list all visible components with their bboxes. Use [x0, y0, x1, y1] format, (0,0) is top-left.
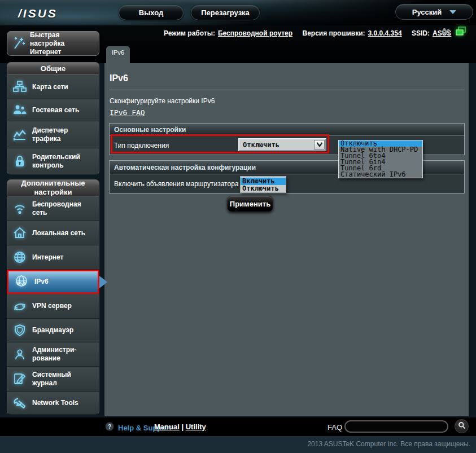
- lan-icon: [12, 226, 28, 240]
- sidebar-item-label: Родительский контроль: [32, 153, 97, 170]
- sidebar-item-label: Интернет: [32, 253, 63, 262]
- select-chevron-down-icon[interactable]: [314, 140, 325, 149]
- sidebar-item-network-tools[interactable]: Network Tools: [7, 392, 99, 415]
- main-panel: IPv6 Сконфигурируйте настройки IPv6 IPv6…: [104, 63, 469, 416]
- sidebar-item-vpn[interactable]: VPN сервер: [7, 294, 99, 319]
- mode-link[interactable]: Беспроводной роутер: [218, 29, 292, 37]
- sidebar-item-label: Администри-рование: [32, 346, 97, 363]
- sidebar-item-firewall[interactable]: Брандмауэр: [7, 319, 99, 342]
- sidebar-item-label: Карта сети: [32, 83, 68, 91]
- guest-network-icon: [12, 103, 28, 117]
- sidebar-item-system-log[interactable]: Системный журнал: [7, 367, 99, 392]
- traffic-manager-icon: [12, 127, 28, 142]
- sidebar-item-guest-network[interactable]: Гостевая сеть: [7, 99, 99, 121]
- manual-link[interactable]: Manual: [154, 423, 180, 431]
- ipv6-icon: IPv6: [13, 274, 30, 291]
- sidebar-item-lan[interactable]: Локальная сеть: [7, 221, 99, 245]
- connection-type-label: Тип подключения: [110, 142, 169, 149]
- sidebar-item-label: Network Tools: [32, 399, 78, 407]
- mode-label: Режим работы:: [164, 29, 215, 37]
- internet-icon: [12, 250, 28, 265]
- administration-icon: [12, 347, 28, 362]
- sidebar-item-internet[interactable]: Интернет: [7, 245, 99, 270]
- connection-type-dropdown: Отключить Native with DHCP-PD Tunnel 6to…: [338, 140, 423, 178]
- asus-logo: /ISUS: [18, 7, 58, 20]
- firmware-link[interactable]: 3.0.0.4.354: [368, 29, 402, 37]
- sidebar-item-ipv6[interactable]: IPv6 IPv6: [7, 270, 99, 294]
- dropdown-option[interactable]: Статический IPv6: [339, 171, 422, 178]
- reboot-button[interactable]: Перезагрузка: [191, 5, 260, 20]
- sidebar: Быстрая настройка Интернет Общие Карта с…: [7, 31, 99, 415]
- sidebar-item-label: Гостевая сеть: [32, 106, 79, 115]
- firewall-icon: [12, 323, 28, 338]
- language-dropdown[interactable]: Русский: [395, 4, 473, 20]
- network-status-icon[interactable]: [455, 26, 466, 39]
- faq-search-button[interactable]: [455, 419, 469, 433]
- connection-type-value: Отключить: [239, 141, 314, 149]
- sidebar-item-label: Диспетчер трафика: [32, 126, 97, 143]
- sidebar-item-administration[interactable]: Администри-рование: [7, 342, 99, 367]
- link-separator: |: [181, 423, 184, 431]
- quick-setup-label: Быстрая настройка Интернет: [30, 31, 95, 56]
- sidebar-item-label: VPN сервер: [32, 302, 72, 310]
- ssid-label: SSID:: [412, 29, 430, 37]
- page-description: Сконфигурируйте настройки IPv6: [110, 97, 215, 105]
- sidebar-item-label: Брандмауэр: [32, 326, 73, 335]
- vpn-icon: [12, 299, 28, 314]
- page-title: IPv6: [110, 73, 128, 83]
- copyright-text: 2013 ASUSTeK Computer Inc. Все права защ…: [307, 440, 470, 448]
- network-map-icon: [12, 80, 28, 94]
- quick-setup-button[interactable]: Быстрая настройка Интернет: [7, 31, 99, 56]
- router-status-text: Режим работы:Беспроводной роутер Версия …: [164, 29, 459, 37]
- dropdown-option[interactable]: Отключить: [241, 185, 286, 192]
- divider: [109, 90, 465, 90]
- section-header-general: Общие: [7, 62, 99, 75]
- faq-search-input[interactable]: [344, 420, 448, 433]
- sidebar-item-wireless[interactable]: Беспроводная сеть: [7, 196, 99, 221]
- sidebar-item-parental-control[interactable]: Родительский контроль: [7, 148, 99, 175]
- section-header-advanced: Дополнительные настройки: [7, 179, 99, 196]
- firmware-label: Версия прошивки:: [302, 29, 365, 37]
- network-tools-icon: [12, 396, 28, 411]
- search-icon: [458, 421, 466, 432]
- sidebar-item-label: Локальная сеть: [32, 229, 85, 238]
- sidebar-item-traffic-manager[interactable]: Диспетчер трафика: [7, 121, 99, 148]
- magic-wand-icon: [11, 35, 27, 52]
- faq-label: FAQ: [327, 423, 342, 432]
- tab-ipv6[interactable]: IPv6: [106, 46, 130, 63]
- sidebar-item-label: Беспроводная сеть: [32, 200, 97, 217]
- basic-settings-header: Основные настройки: [110, 124, 464, 136]
- logout-button[interactable]: Выход: [119, 5, 184, 20]
- sidebar-item-label: IPv6: [34, 278, 49, 286]
- svg-text:?: ?: [108, 424, 111, 430]
- system-log-icon: [12, 372, 28, 386]
- chevron-down-icon: [449, 10, 456, 14]
- connection-type-select[interactable]: Отключить: [238, 138, 326, 151]
- language-value: Русский: [412, 8, 442, 16]
- apply-button[interactable]: Применить: [227, 196, 273, 212]
- parental-control-icon: [12, 154, 28, 169]
- ipv6-faq-link[interactable]: IPv6 FAQ: [110, 108, 145, 117]
- clients-icon[interactable]: [440, 27, 452, 38]
- utility-link[interactable]: Utility: [186, 423, 206, 431]
- sidebar-item-network-map[interactable]: Карта сети: [7, 75, 99, 99]
- sidebar-item-label: Системный журнал: [32, 371, 97, 388]
- router-advertisement-dropdown: Включить Отключить: [240, 176, 286, 193]
- svg-text:IPv6: IPv6: [17, 281, 27, 286]
- help-icon: ?: [105, 422, 114, 433]
- wireless-icon: [12, 201, 28, 216]
- router-advertisement-label: Включить объявления маршрутизатора: [110, 180, 239, 188]
- selected-item-arrow: [99, 276, 107, 288]
- footer-links: Manual | Utility: [154, 423, 206, 431]
